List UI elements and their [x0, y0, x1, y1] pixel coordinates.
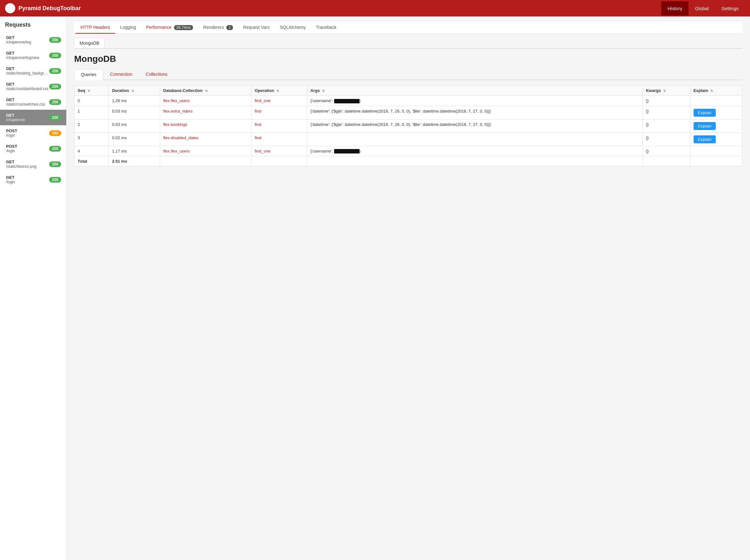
collection-link[interactable]: flex.extra_riders — [163, 109, 192, 114]
cell-duration: 0.03 ms — [109, 119, 160, 133]
method-label: GET — [6, 35, 31, 40]
sidebar-item-6[interactable]: POST/login 302 — [0, 125, 66, 141]
method-label: GET — [6, 175, 15, 180]
cell-empty — [690, 156, 742, 166]
cell-empty — [643, 156, 690, 166]
logo-icon: ❄ — [5, 3, 15, 13]
sub-tab-bar: MongoDB — [74, 38, 743, 49]
operation-link[interactable]: find_one — [255, 149, 270, 154]
cell-operation: find — [251, 106, 307, 119]
nav-global[interactable]: Global — [689, 1, 715, 16]
path-label: /chaperone — [6, 118, 25, 122]
status-badge: 200 — [49, 146, 61, 152]
status-badge: 302 — [49, 130, 61, 136]
cell-operation: find_one — [251, 96, 307, 106]
operation-link[interactable]: find_one — [255, 98, 270, 103]
path-label: /static/booking_backgr… — [6, 71, 47, 76]
tab-mongodb[interactable]: MongoDB — [74, 38, 105, 48]
tab-traceback[interactable]: Traceback — [311, 22, 341, 34]
status-badge: 200 — [49, 161, 61, 167]
cell-duration: 1.26 ms — [109, 96, 160, 106]
layout: Requests GET/chaperone/log 200 GET/chape… — [0, 17, 750, 560]
cell-explain: Explain — [690, 119, 742, 133]
tab-performance[interactable]: Performance 28.74ms — [141, 22, 198, 34]
sidebar-item-2[interactable]: GET/static/booking_backgr… 200 — [0, 63, 66, 79]
redacted-value — [334, 99, 360, 103]
cell-operation: find — [251, 119, 307, 133]
query-tab-queries[interactable]: Queries — [74, 69, 103, 80]
cell-args: {'username': } — [307, 146, 643, 156]
query-tab-connection[interactable]: Connection — [104, 69, 139, 80]
sidebar: Requests GET/chaperone/log 200 GET/chape… — [0, 17, 66, 560]
sort-icon: ⇅ — [663, 89, 666, 93]
tab-renderers[interactable]: Renderers 1 — [198, 22, 238, 34]
cell-seq: 2 — [75, 119, 109, 133]
nav-links: History Global Settings — [661, 1, 745, 16]
col-duration[interactable]: Duration ⇅ — [109, 86, 160, 96]
col-args[interactable]: Args ⇅ — [307, 86, 643, 96]
explain-button[interactable]: Explain — [694, 135, 716, 143]
operation-link[interactable]: find — [255, 109, 261, 114]
collection-link[interactable]: flex.flex_users — [163, 149, 189, 154]
col-seq[interactable]: Seq ⇅ — [75, 86, 109, 96]
cell-collection: flex.extra_riders — [160, 106, 251, 119]
col-explain[interactable]: Explain ⇅ — [690, 86, 742, 96]
collection-link[interactable]: flex.disabled_dates — [163, 135, 199, 140]
sidebar-item-9[interactable]: GET/login 200 — [0, 172, 66, 187]
top-tab-bar: HTTP Headers Logging Performance 28.74ms… — [74, 22, 743, 34]
status-badge: 200 — [49, 115, 61, 120]
tab-request-vars[interactable]: Request Vars — [238, 22, 275, 34]
explain-button[interactable]: Explain — [694, 122, 716, 130]
sidebar-item-1[interactable]: GET/chaperone/log/new 200 — [0, 47, 66, 63]
operation-link[interactable]: find — [255, 135, 261, 140]
status-badge: 200 — [49, 84, 61, 89]
method-label: GET — [6, 160, 37, 164]
tab-http-headers[interactable]: HTTP Headers — [76, 22, 115, 34]
col-operation[interactable]: Operation ⇅ — [251, 86, 307, 96]
cell-args: {'datetime': {'$gte': datetime.datetime(… — [307, 106, 643, 119]
cell-collection: flex.disabled_dates — [160, 133, 251, 146]
queries-table: Seq ⇅ Duration ⇅ Database.Collection ⇅ O… — [74, 85, 743, 166]
sidebar-item-0[interactable]: GET/chaperone/log 200 — [0, 32, 66, 47]
method-label: POST — [6, 144, 17, 149]
sidebar-item-8[interactable]: GET/static/favicon.png 200 — [0, 156, 66, 172]
sidebar-item-7[interactable]: POST/login 200 — [0, 141, 66, 156]
status-badge: 200 — [49, 53, 61, 58]
tab-sqlalchemy[interactable]: SQLAlchemy — [275, 22, 311, 34]
collection-link[interactable]: flex.bookings — [163, 122, 187, 127]
collection-link[interactable]: flex.flex_users — [163, 98, 189, 103]
method-label: POST — [6, 128, 17, 133]
method-label: GET — [6, 66, 47, 71]
col-collection[interactable]: Database.Collection ⇅ — [160, 86, 251, 96]
path-label: /static/css/dashboard.css — [6, 86, 48, 91]
sort-icon: ⇅ — [710, 89, 713, 93]
app-title: Pyramid DebugToolbar — [18, 5, 81, 12]
sidebar-item-5[interactable]: GET/chaperone 200 — [0, 110, 66, 125]
status-badge: 200 — [49, 68, 61, 74]
path-label: /chaperone/log/new — [6, 56, 39, 60]
operation-link[interactable]: find — [255, 122, 261, 127]
col-kwargs[interactable]: Kwargs ⇅ — [643, 86, 690, 96]
top-nav: ❄ Pyramid DebugToolbar History Global Se… — [0, 0, 750, 17]
page-title: MongoDB — [74, 54, 743, 64]
redacted-value — [334, 149, 360, 154]
sort-icon: ⇅ — [131, 89, 134, 93]
query-tab-collections[interactable]: Collections — [140, 69, 174, 80]
cell-seq: 4 — [75, 146, 109, 156]
method-label: GET — [6, 82, 48, 86]
cell-empty — [307, 156, 643, 166]
sidebar-item-3[interactable]: GET/static/css/dashboard.css 200 — [0, 79, 66, 94]
tab-logging[interactable]: Logging — [115, 22, 141, 34]
table-row: 1 0.03 ms flex.extra_riders find {'datet… — [75, 106, 743, 119]
explain-button[interactable]: Explain — [694, 109, 716, 117]
status-badge: 200 — [49, 177, 61, 183]
cell-seq: 3 — [75, 133, 109, 146]
sidebar-title: Requests — [0, 22, 66, 32]
sidebar-item-4[interactable]: GET/static/css/switches.css 200 — [0, 94, 66, 110]
path-label: /login — [6, 149, 17, 153]
main-content: HTTP Headers Logging Performance 28.74ms… — [66, 17, 750, 560]
nav-settings[interactable]: Settings — [715, 1, 745, 16]
nav-history[interactable]: History — [661, 1, 689, 16]
cell-empty — [160, 156, 251, 166]
path-label: /static/css/switches.css — [6, 102, 45, 106]
